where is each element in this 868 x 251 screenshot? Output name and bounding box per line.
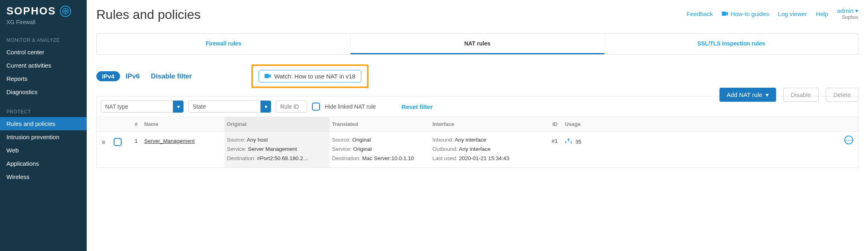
- brand-name: SOPHOS: [6, 5, 56, 17]
- camera-icon: [265, 73, 271, 80]
- watch-label: Watch: How to use NAT in v18: [274, 73, 355, 80]
- hide-linked-checkbox[interactable]: [312, 103, 320, 111]
- sidebar-section-protect: PROTECT: [0, 107, 87, 117]
- top-right: Feedback How-to guides Log viewer Help a…: [687, 7, 858, 20]
- rule-id-input[interactable]: [276, 101, 307, 113]
- delete-button[interactable]: Delete: [826, 88, 858, 102]
- admin-block: admin ▾ Sophos: [837, 7, 858, 20]
- howto-link[interactable]: How-to guides: [722, 10, 769, 17]
- ipv4-chip[interactable]: IPv4: [96, 71, 120, 81]
- sidebar-item-wireless[interactable]: Wireless: [0, 170, 87, 183]
- nat-type-select[interactable]: NAT type ▾: [101, 101, 183, 113]
- row-menu-button[interactable]: ⋯: [844, 136, 853, 144]
- watch-button[interactable]: Watch: How to use NAT in v18: [259, 70, 361, 82]
- main: Rules and policies Feedback How-to guide…: [87, 0, 868, 251]
- admin-menu[interactable]: admin ▾: [837, 7, 858, 14]
- disable-button[interactable]: Disable: [783, 88, 819, 102]
- page-title: Rules and policies: [96, 7, 201, 22]
- tab-ssl-tls-rules[interactable]: SSL/TLS inspection rules: [605, 34, 858, 54]
- svg-rect-2: [265, 74, 269, 78]
- disable-filter-link[interactable]: Disable filter: [151, 72, 192, 80]
- tab-firewall-rules[interactable]: Firewall rules: [97, 34, 350, 54]
- col-num: #: [128, 121, 144, 127]
- brand-product: XG Firewall: [0, 19, 87, 27]
- svg-rect-1: [722, 11, 726, 16]
- col-original: Original: [224, 117, 330, 131]
- col-interface: Interface: [432, 121, 534, 127]
- brand-icon: [60, 6, 71, 17]
- sidebar: SOPHOS XG Firewall MONITOR & ANALYZE Con…: [0, 0, 87, 251]
- add-nat-rule-button[interactable]: Add NAT rule ▾: [719, 88, 776, 102]
- watch-highlight: Watch: How to use NAT in v18: [251, 64, 369, 88]
- sidebar-item-intrusion-prevention[interactable]: Intrusion prevention: [0, 130, 87, 144]
- usage-icon: [565, 138, 572, 145]
- tabs: Firewall rules NAT rules SSL/TLS inspect…: [96, 33, 858, 55]
- feedback-link[interactable]: Feedback: [687, 10, 713, 17]
- row-usage: 35: [558, 136, 598, 145]
- row-name[interactable]: Server_Management: [144, 136, 224, 144]
- chevron-down-icon: ▾: [261, 101, 271, 113]
- sidebar-item-web[interactable]: Web: [0, 144, 87, 157]
- help-link[interactable]: Help: [816, 10, 828, 17]
- sidebar-item-applications[interactable]: Applications: [0, 157, 87, 170]
- sidebar-item-current-activities[interactable]: Current activities: [0, 59, 87, 72]
- row-interface: Inbound: Any interface Outbound: Any int…: [432, 136, 534, 163]
- sidebar-section-monitor: MONITOR & ANALYZE: [0, 35, 87, 45]
- sidebar-item-reports[interactable]: Reports: [0, 72, 87, 85]
- row-id: #1: [534, 136, 558, 144]
- sidebar-item-diagnostics[interactable]: Diagnostics: [0, 85, 87, 99]
- chevron-down-icon: ▾: [173, 101, 183, 113]
- sidebar-item-rules-and-policies[interactable]: Rules and policies: [0, 117, 87, 130]
- log-viewer-link[interactable]: Log viewer: [778, 10, 807, 17]
- sidebar-item-control-center[interactable]: Control center: [0, 45, 87, 59]
- tab-nat-rules[interactable]: NAT rules: [350, 34, 604, 54]
- table-head: # Name Original Translated Interface ID …: [96, 117, 858, 132]
- hide-linked-label: Hide linked NAT rule: [325, 103, 376, 110]
- col-translated: Translated: [330, 121, 432, 127]
- reset-filter-link[interactable]: Reset filter: [401, 103, 433, 110]
- row-checkbox[interactable]: [114, 138, 122, 146]
- ipv6-link[interactable]: IPv6: [126, 72, 140, 80]
- row-num: 1: [128, 136, 144, 144]
- col-usage: Usage: [558, 121, 598, 127]
- chevron-down-icon: ▾: [766, 91, 769, 99]
- col-id: ID: [534, 121, 558, 127]
- camera-icon: [722, 10, 728, 17]
- row-translated: Source: Original Service: Original Desti…: [330, 136, 432, 163]
- admin-org: Sophos: [837, 14, 858, 20]
- howto-label: How-to guides: [731, 10, 769, 17]
- row-original: Source: Any host Service: Server Managem…: [224, 132, 330, 167]
- col-name: Name: [144, 121, 224, 127]
- drag-handle-icon[interactable]: ≡: [102, 136, 114, 146]
- table-row: ≡ 1 Server_Management Source: Any host S…: [96, 132, 858, 168]
- state-select[interactable]: State ▾: [188, 101, 271, 113]
